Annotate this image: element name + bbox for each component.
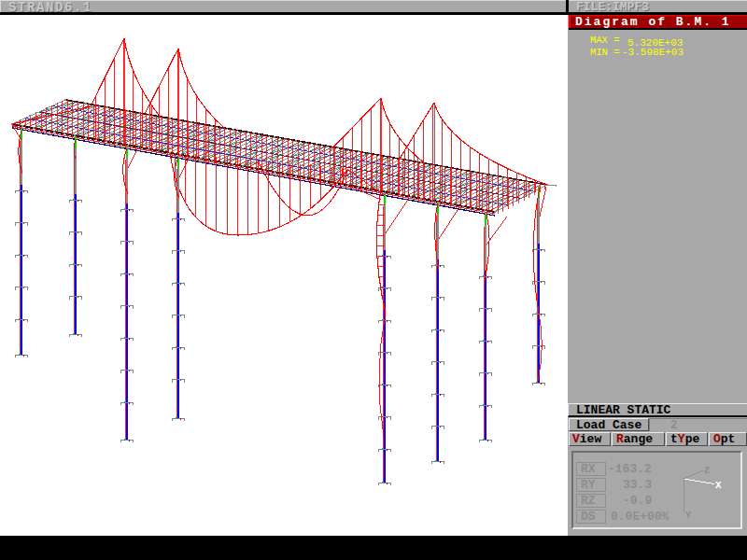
svg-text:Z: Z bbox=[704, 466, 710, 476]
svg-text:Y: Y bbox=[685, 511, 691, 521]
svg-text:X: X bbox=[715, 480, 722, 491]
